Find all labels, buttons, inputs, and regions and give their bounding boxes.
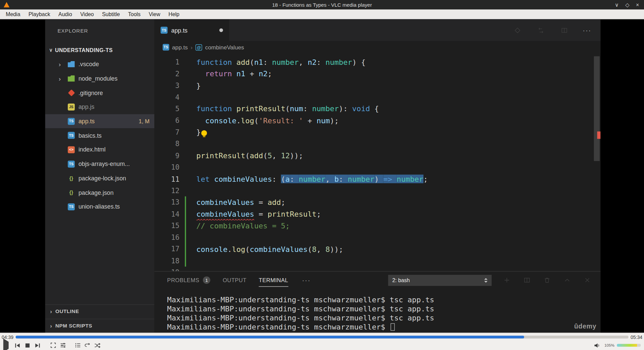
code-token: ( xyxy=(281,175,285,183)
previous-button[interactable] xyxy=(13,340,22,350)
more-actions-icon[interactable]: ··· xyxy=(583,27,592,34)
total-time: 05:34 xyxy=(631,335,642,340)
file-item[interactable]: {}package-lock.json xyxy=(45,171,155,185)
code-token: 8 xyxy=(312,245,316,254)
code-line: 2 return n1 + n2; xyxy=(154,68,600,80)
code-lines[interactable]: 1function add(n1: number, n2: number) {2… xyxy=(154,53,600,271)
code-text: function add(n1: number, n2: number) { xyxy=(196,58,365,67)
code-token: number xyxy=(397,175,424,183)
view-group xyxy=(48,340,68,350)
speaker-icon[interactable] xyxy=(592,340,602,350)
fullscreen-button[interactable] xyxy=(48,340,58,350)
file-item[interactable]: TSobjs-arrays-enum... xyxy=(45,157,155,171)
vlc-window: 18 - Functions as Types - VLC media play… xyxy=(0,0,644,350)
breadcrumb-symbol[interactable]: combineValues xyxy=(205,44,244,51)
file-item[interactable]: {}package.json xyxy=(45,185,155,200)
line-number: 16 xyxy=(154,233,179,241)
code-line: 14combineValues = printResult; xyxy=(154,208,600,220)
line-number: 18 xyxy=(154,257,179,265)
modified-dot-icon[interactable] xyxy=(219,28,223,32)
panel-tab-label: TERMINAL xyxy=(259,277,288,283)
menu-help[interactable]: Help xyxy=(164,9,183,19)
open-changes-icon[interactable] xyxy=(536,25,546,35)
play-button[interactable] xyxy=(0,342,9,349)
code-token: add xyxy=(268,198,281,207)
code-token: : xyxy=(263,58,272,67)
json-icon: {} xyxy=(68,189,75,196)
code-token: // combineValues = 5; xyxy=(196,221,290,230)
chevron-right-icon: › xyxy=(50,308,52,314)
terminal-output[interactable]: Maximilians-MBP:understanding-ts mschwar… xyxy=(167,295,434,332)
code-token: ; xyxy=(281,198,285,207)
close-icon[interactable]: × xyxy=(636,2,639,8)
window-title: 18 - Functions as Types - VLC media play… xyxy=(0,2,644,8)
chevron-right-icon: › xyxy=(50,323,52,329)
playlist-button[interactable] xyxy=(73,340,83,350)
outline-section[interactable]: › OUTLINE xyxy=(45,304,155,318)
breadcrumb-file[interactable]: app.ts xyxy=(172,44,188,51)
new-terminal-icon[interactable] xyxy=(502,275,512,285)
code-token: function xyxy=(196,104,236,113)
code-token: n1 xyxy=(236,70,246,78)
quick-fix-lightbulb-icon[interactable] xyxy=(201,130,207,136)
minimize-icon[interactable]: ∨ xyxy=(615,2,619,8)
code-text: let combineValues: (a: number, b: number… xyxy=(196,175,428,183)
video-area[interactable]: EXPLORER ∨ UNDERSTANDING-TS ›.vscode›nod… xyxy=(0,19,644,333)
editor-scrollbar[interactable] xyxy=(593,53,600,271)
maximize-panel-icon[interactable] xyxy=(562,275,572,285)
file-label: .vscode xyxy=(78,61,99,68)
file-item[interactable]: ›.vscode xyxy=(45,57,155,71)
split-terminal-icon[interactable] xyxy=(522,275,532,285)
terminal-cursor xyxy=(390,323,394,331)
extended-settings-button[interactable] xyxy=(58,340,68,350)
panel-tab-problems[interactable]: PROBLEMS1 xyxy=(167,271,210,289)
code-token: { xyxy=(370,104,379,113)
split-editor-icon[interactable] xyxy=(559,25,569,35)
file-item[interactable]: TSapp.ts1, M xyxy=(45,114,155,128)
code-text: console.log('Result: ' + num); xyxy=(196,116,339,125)
menu-tools[interactable]: Tools xyxy=(124,9,145,19)
code-token: ( xyxy=(245,151,250,160)
panel-more-actions-icon[interactable]: ··· xyxy=(302,277,311,284)
loop-button[interactable] xyxy=(83,340,92,350)
file-item[interactable]: <>index.html xyxy=(45,143,155,157)
code-line: 11let combineValues: (a: number, b: numb… xyxy=(154,173,600,185)
kill-terminal-icon[interactable] xyxy=(542,275,552,285)
menu-video[interactable]: Video xyxy=(76,9,98,19)
panel-tab-terminal[interactable]: TERMINAL xyxy=(259,271,288,289)
scrollbar-thumb[interactable] xyxy=(594,56,600,161)
file-item[interactable]: JSapp.js xyxy=(45,100,155,114)
terminal-text: Maximilians-MBP:understanding-ts mschwar… xyxy=(167,304,434,313)
source-action-icon[interactable] xyxy=(513,25,522,35)
tab-app-ts[interactable]: TS app.ts xyxy=(154,19,229,41)
file-item[interactable]: ›node_modules xyxy=(45,71,155,85)
menu-audio[interactable]: Audio xyxy=(54,9,76,19)
shuffle-button[interactable] xyxy=(93,340,102,350)
file-item[interactable]: .gitignore xyxy=(45,86,155,100)
play-icon xyxy=(3,338,9,350)
code-token: printResult xyxy=(268,210,317,218)
npm-scripts-section[interactable]: › NPM SCRIPTS xyxy=(45,319,155,332)
explorer-root-folder[interactable]: ∨ UNDERSTANDING-TS xyxy=(45,44,155,56)
file-item[interactable]: TSunion-aliases.ts xyxy=(45,200,155,214)
volume-slider[interactable] xyxy=(617,344,641,347)
code-text: function printResult(num: number): void … xyxy=(196,104,379,113)
stop-button[interactable] xyxy=(22,340,32,350)
maximize-icon[interactable]: ◇ xyxy=(625,2,629,8)
next-button[interactable] xyxy=(33,340,42,350)
shell-select[interactable]: 2: bash xyxy=(388,275,492,286)
menu-subtitle[interactable]: Subtitle xyxy=(98,9,124,19)
menu-playback[interactable]: Playback xyxy=(24,9,54,19)
panel-tab-output[interactable]: OUTPUT xyxy=(223,271,247,289)
file-item[interactable]: TSbasics.ts xyxy=(45,128,155,142)
code-token: void xyxy=(352,104,370,113)
terminal-line: Maximilians-MBP:understanding-ts mschwar… xyxy=(167,295,434,304)
code-token: )); xyxy=(290,151,303,160)
menu-view[interactable]: View xyxy=(145,9,164,19)
code-token: a xyxy=(285,175,290,183)
code-token: ( xyxy=(308,245,312,254)
menu-media[interactable]: Media xyxy=(2,9,24,19)
seek-bar[interactable] xyxy=(16,336,629,339)
close-panel-icon[interactable] xyxy=(582,275,592,285)
code-token: : xyxy=(303,104,312,113)
